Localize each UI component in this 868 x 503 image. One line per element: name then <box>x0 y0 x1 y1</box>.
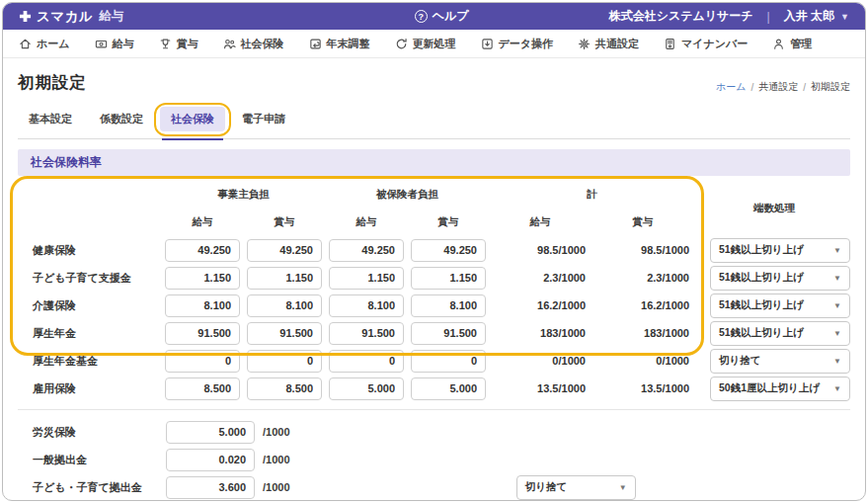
nav-item-home[interactable]: ホーム <box>19 37 70 51</box>
row-label-childcare-contribution: 子ども・子育て拠出金 <box>18 480 158 495</box>
chevron-down-icon: ▼ <box>619 483 627 492</box>
nav-item-bonus[interactable]: 賞与 <box>159 37 198 51</box>
nav-item-admin[interactable]: 管理 <box>772 37 812 51</box>
rate-input[interactable] <box>411 350 486 373</box>
rounding-select[interactable]: 切り捨て▼ <box>710 349 850 374</box>
user-name: 入井 太郎 <box>784 8 834 25</box>
rate-input[interactable] <box>411 239 486 262</box>
total-bonus: 0/1000 <box>594 355 691 367</box>
company-name: 株式会社システムリサーチ <box>609 8 753 25</box>
bonus-trophy-icon <box>159 38 172 50</box>
total-salary: 16.2/1000 <box>493 299 588 311</box>
chevron-down-icon: ▼ <box>833 246 841 255</box>
nav-item-my-number[interactable]: マイナンバー <box>664 37 748 51</box>
nav-label: 更新処理 <box>413 37 456 51</box>
nav-item-data-ops[interactable]: データ操作 <box>481 37 554 51</box>
rate-input[interactable] <box>411 377 486 400</box>
rate-input[interactable] <box>247 350 322 373</box>
rate-input[interactable] <box>329 322 404 345</box>
rate-input[interactable] <box>165 322 240 345</box>
rate-input[interactable] <box>166 421 255 444</box>
rounding-select[interactable]: 50銭1厘以上切り上げ▼ <box>710 377 850 401</box>
rate-input[interactable] <box>329 239 404 262</box>
rate-input[interactable] <box>247 322 322 345</box>
nav-label: 社会保険 <box>241 37 284 51</box>
rate-input[interactable] <box>411 267 486 290</box>
rate-input[interactable] <box>411 294 486 317</box>
rounding-select[interactable]: 51銭以上切り上げ▼ <box>710 321 850 346</box>
rate-input[interactable] <box>165 350 240 373</box>
nav-label: 給与 <box>113 37 134 51</box>
rate-input[interactable] <box>329 377 404 400</box>
rate-input[interactable] <box>165 377 240 400</box>
tab-e-application[interactable]: 電子申請 <box>231 107 296 131</box>
help-label: ヘルプ <box>433 8 469 25</box>
home-icon <box>19 38 32 50</box>
person-icon <box>772 38 785 50</box>
rate-input[interactable] <box>329 294 404 317</box>
gear-icon <box>578 38 591 50</box>
nav-label: 共通設定 <box>595 37 639 51</box>
nav-item-year-end[interactable]: 年末調整 <box>309 37 370 51</box>
nav-item-update[interactable]: 更新処理 <box>395 37 456 51</box>
col-group-employer: 事業主負担 <box>165 187 322 203</box>
col-group-insured: 被保険者負担 <box>329 187 486 203</box>
col-salary: 給与 <box>493 214 588 230</box>
year-end-icon <box>309 38 322 50</box>
topbar: スマカル 給与 ? ヘルプ 株式会社システムリサーチ | 入井 太郎 ▼ <box>3 3 865 30</box>
breadcrumb-common-settings[interactable]: 共通設定 <box>758 80 798 94</box>
topbar-separator: | <box>767 10 770 24</box>
breadcrumb-current: 初期設定 <box>811 80 850 94</box>
chevron-down-icon: ▼ <box>833 301 841 310</box>
rate-input[interactable] <box>247 267 322 290</box>
app-logo: スマカル 給与 <box>19 8 123 26</box>
unit-label: /1000 <box>263 426 505 438</box>
help-icon: ? <box>415 10 428 23</box>
chevron-down-icon: ▼ <box>833 357 841 366</box>
logo-product-text: 給与 <box>99 8 123 25</box>
people-icon <box>223 38 236 50</box>
total-bonus: 16.2/1000 <box>594 299 691 311</box>
user-menu[interactable]: 入井 太郎 ▼ <box>784 8 849 25</box>
app-window: スマカル 給与 ? ヘルプ 株式会社システムリサーチ | 入井 太郎 ▼ ホーム… <box>2 2 866 501</box>
tab-coefficient-settings[interactable]: 係数設定 <box>89 107 154 131</box>
tab-bar: 基本設定 係数設定 社会保険 電子申請 <box>18 107 850 139</box>
rate-input[interactable] <box>166 449 255 471</box>
rate-input[interactable] <box>329 267 404 290</box>
tab-social-insurance[interactable]: 社会保険 <box>160 107 225 131</box>
rate-input[interactable] <box>165 294 240 317</box>
breadcrumb-separator: / <box>803 82 806 93</box>
row-label-nursing-insurance: 介護保険 <box>18 298 158 313</box>
rounding-select[interactable]: 51銭以上切り上げ▼ <box>710 238 850 263</box>
rate-input[interactable] <box>166 476 255 499</box>
data-download-icon <box>481 38 494 50</box>
nav-item-social-insurance[interactable]: 社会保険 <box>223 37 284 51</box>
rate-input[interactable] <box>165 239 240 262</box>
rate-input[interactable] <box>247 377 322 400</box>
logo-brand-text: スマカル <box>37 8 93 26</box>
total-salary: 98.5/1000 <box>493 244 588 256</box>
breadcrumb-home-link[interactable]: ホーム <box>716 80 746 94</box>
rate-input[interactable] <box>165 267 240 290</box>
help-button[interactable]: ? ヘルプ <box>415 8 469 25</box>
rate-input[interactable] <box>247 294 322 317</box>
rounding-select[interactable]: 51銭以上切り上げ▼ <box>710 293 850 318</box>
rates-table: 事業主負担 被保険者負担 計 端数処理 給与 賞与 給与 賞与 給与 賞与 健康… <box>18 181 850 402</box>
rounding-select[interactable]: 51銭以上切り上げ▼ <box>710 266 850 291</box>
rate-input[interactable] <box>411 322 486 345</box>
total-bonus: 13.5/1000 <box>594 382 691 394</box>
unit-label: /1000 <box>263 481 505 493</box>
payroll-icon <box>95 38 108 50</box>
col-rounding: 端数処理 <box>698 202 850 215</box>
col-group-total: 計 <box>493 187 691 203</box>
rounding-select[interactable]: 切り捨て▼ <box>516 475 636 500</box>
nav-item-common-settings[interactable]: 共通設定 <box>578 37 639 51</box>
tab-basic-settings[interactable]: 基本設定 <box>18 107 83 131</box>
nav-label: ホーム <box>37 37 70 51</box>
breadcrumb: ホーム / 共通設定 / 初期設定 <box>716 80 850 94</box>
rate-input[interactable] <box>329 350 404 373</box>
nav-item-payroll[interactable]: 給与 <box>95 37 134 51</box>
section-divider <box>18 409 850 410</box>
topbar-right: ? ヘルプ 株式会社システムリサーチ | 入井 太郎 ▼ <box>415 8 849 25</box>
rate-input[interactable] <box>247 239 322 262</box>
